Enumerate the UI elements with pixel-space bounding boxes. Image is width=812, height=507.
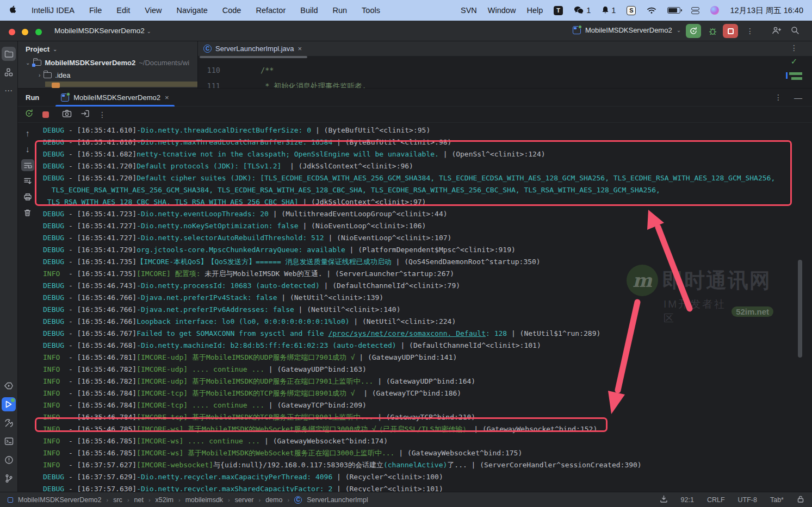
close-icon[interactable]: × <box>298 45 302 53</box>
inspection-widget[interactable]: ⋮ ✓ <box>786 43 802 84</box>
editor-options-icon[interactable]: ⋮ <box>786 43 802 52</box>
console-segment: | (GatewayTCP^bind:209) <box>264 401 367 409</box>
wechat-icon[interactable]: 1 <box>574 6 591 15</box>
prev-occurrence-icon[interactable]: ↑ <box>21 128 34 140</box>
breadcrumb-item-net[interactable]: net <box>134 496 144 504</box>
line-number: 107 <box>198 58 238 62</box>
control-center-icon[interactable] <box>691 7 699 15</box>
import-test-result-icon[interactable] <box>80 109 90 120</box>
breadcrumb-item-x52im[interactable]: x52im <box>156 496 173 504</box>
hide-panel-icon[interactable]: — <box>794 93 802 102</box>
breadcrumb-item-server[interactable]: server <box>235 496 254 504</box>
console-segment: DEBUG <box>43 234 64 242</box>
file-encoding[interactable]: UTF-8 <box>738 496 757 504</box>
rerun-icon[interactable] <box>24 109 34 120</box>
menu-item-tools[interactable]: Tools <box>362 6 380 15</box>
menu-item-run[interactable]: Run <box>333 6 348 15</box>
print-icon[interactable] <box>21 191 34 203</box>
search-everywhere-icon[interactable] <box>790 26 799 37</box>
project-panel-header[interactable]: Project⌄ <box>18 41 197 57</box>
add-user-icon[interactable] <box>771 26 781 37</box>
console-segment: - [16:35:46.782] <box>60 377 137 385</box>
next-occurrence-icon[interactable]: ↓ <box>21 143 34 155</box>
tree-idea-row[interactable]: › .idea <box>18 69 197 82</box>
structure-tool-icon[interactable] <box>2 65 16 79</box>
run-options-icon[interactable]: ⋮ <box>774 93 782 102</box>
menu-item-refactor[interactable]: Refactor <box>256 6 286 15</box>
breadcrumb-item-mobileimsdkserverdemo2[interactable]: MobileIMSDKServerDemo2 <box>18 496 102 504</box>
close-window-button[interactable] <box>9 29 15 35</box>
terminal-tool-icon[interactable] <box>2 434 16 448</box>
menu-item-file[interactable]: File <box>89 6 102 15</box>
tray-app-s-icon[interactable]: S <box>627 6 636 15</box>
console-segment: [IMCORE-ws] .... continue ... <box>137 437 260 445</box>
menu-item-svn[interactable]: SVN <box>461 6 477 15</box>
menu-item-navigate[interactable]: Navigate <box>177 6 208 15</box>
toolbar-more-icon[interactable]: ⋮ <box>98 110 106 119</box>
run-tab[interactable]: MobileIMSDKServerDemo2 × <box>55 89 174 107</box>
siri-icon[interactable] <box>710 6 719 15</box>
services-tool-icon[interactable] <box>2 379 16 393</box>
breadcrumb-item-serverlauncherimpl[interactable]: ServerLauncherImpl <box>307 496 368 504</box>
more-actions-icon[interactable]: ⋮ <box>746 27 754 35</box>
console-segment: - [16:35:41.610] <box>64 126 137 134</box>
zoom-window-button[interactable] <box>35 29 42 35</box>
debug-button[interactable] <box>705 24 720 38</box>
close-icon[interactable]: × <box>165 93 169 102</box>
console-line: INFO - [16:35:46.781][IMCORE-udp] 基于Mobi… <box>43 352 812 364</box>
build-tool-icon[interactable] <box>2 416 16 430</box>
stop-process-icon[interactable] <box>42 111 49 118</box>
menu-item-code[interactable]: Code <box>222 6 241 15</box>
line-separator[interactable]: CRLF <box>707 496 725 504</box>
apple-icon[interactable] <box>9 5 17 16</box>
chevron-down-icon[interactable]: ⌄ <box>26 60 30 66</box>
clear-console-icon[interactable] <box>21 206 34 218</box>
download-icon[interactable] <box>660 495 668 504</box>
soft-wrap-icon[interactable] <box>21 159 34 171</box>
lock-icon[interactable] <box>797 495 804 505</box>
battery-icon[interactable] <box>667 7 680 14</box>
wifi-icon[interactable] <box>647 7 656 14</box>
project-tool-icon[interactable] <box>2 47 16 61</box>
breadcrumb-item-demo[interactable]: demo <box>265 496 282 504</box>
menu-item-edit[interactable]: Edit <box>116 6 130 15</box>
console-link[interactable]: /proc/sys/net/core/somaxconn. Default <box>328 329 486 337</box>
rerun-button[interactable] <box>686 24 701 38</box>
more-tools-icon[interactable]: ⋯ <box>2 84 16 98</box>
console-v-scrollbar[interactable] <box>798 260 802 358</box>
window-title[interactable]: MobileIMSDKServerDemo2 ⌄ <box>54 27 151 35</box>
menubar-clock[interactable]: 12月13日 周五 16:40 <box>730 5 803 16</box>
console-segment: INFO <box>43 461 60 469</box>
tab-serverlauncherimpl[interactable]: C ServerLauncherImpl.java × <box>198 41 308 56</box>
run-config-selector[interactable]: MobileIMSDKServerDemo2 ⌄ <box>573 26 681 34</box>
breadcrumb-item-mobileimsdk[interactable]: mobileimsdk <box>185 496 223 504</box>
indent-style[interactable]: Tab* <box>770 496 784 504</box>
menu-item-window[interactable]: Window <box>488 6 516 15</box>
code-viewport[interactable]: 107110/**111 * 初始化消息处理事件监听者. <box>198 58 812 88</box>
stop-button[interactable] <box>723 24 738 38</box>
caret-position[interactable]: 92:1 <box>681 496 694 504</box>
console-line: INFO - [16:35:46.785][IMCORE-ws] .... co… <box>43 435 812 447</box>
console-segment: 了... <box>447 461 467 469</box>
screenshot-icon[interactable] <box>62 109 72 120</box>
console-segment: | (DefaultChannelId^<clinit>:101) <box>396 341 541 349</box>
run-panel-title[interactable]: Run <box>26 93 39 102</box>
notification-bell-icon[interactable]: 1 <box>602 6 616 15</box>
tree-partial-row[interactable] <box>45 82 198 87</box>
git-tool-icon[interactable] <box>2 471 16 485</box>
menu-item-view[interactable]: View <box>145 6 162 15</box>
app-sidebar: ⋯ <box>0 41 18 492</box>
problems-tool-icon[interactable] <box>2 453 16 467</box>
menu-item-help[interactable]: Help <box>526 6 543 15</box>
watermark: m 即时通讯网 IM开发者社区 52im.net <box>627 265 773 326</box>
breadcrumb-item-src[interactable]: src <box>113 496 122 504</box>
tray-app-t-icon[interactable]: T <box>554 6 563 15</box>
console-segment: -Djava.net.preferIPv4Stack: false <box>137 293 277 302</box>
scroll-to-end-icon[interactable] <box>21 175 34 187</box>
run-tool-icon[interactable] <box>2 397 16 411</box>
chevron-right-icon[interactable]: › <box>39 72 40 78</box>
minimize-window-button[interactable] <box>22 29 28 35</box>
tree-root-row[interactable]: ⌄ MobileIMSDKServerDemo2 ~/Documents/wi <box>18 57 197 69</box>
menu-item-intellij-idea[interactable]: IntelliJ IDEA <box>32 6 75 15</box>
menu-item-build[interactable]: Build <box>300 6 318 15</box>
